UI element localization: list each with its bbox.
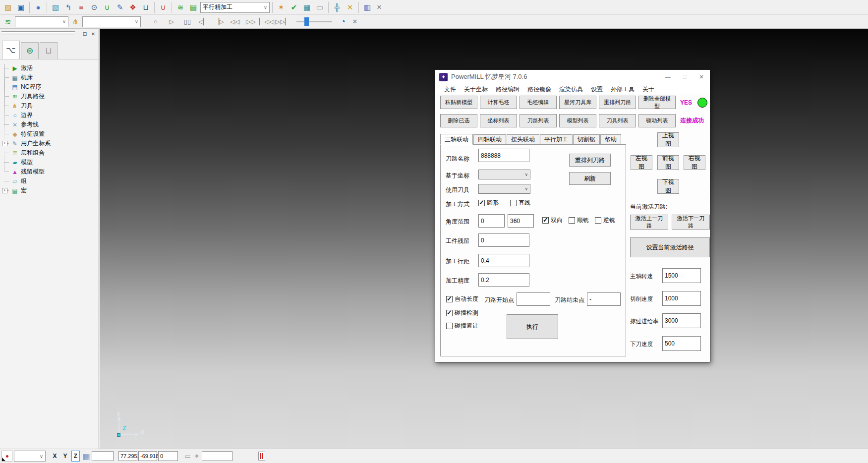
tree-item-levels-sets[interactable]: + ≣ 层和组合 bbox=[0, 148, 98, 158]
tree-item-groups[interactable]: + ▱ 组 bbox=[0, 176, 98, 186]
dialog-tab[interactable]: 切割锯 bbox=[573, 134, 600, 144]
strategy-list-icon[interactable]: ▤ bbox=[187, 1, 199, 13]
activate-prev-toolpath-button[interactable]: 激活上一刀路 bbox=[630, 215, 668, 230]
dialog-tab[interactable]: 平行加工 bbox=[540, 134, 573, 144]
grid-size-field[interactable] bbox=[92, 451, 114, 461]
checkbox[interactable] bbox=[446, 310, 453, 316]
action-button[interactable]: 模型列表 bbox=[559, 114, 596, 127]
view-top-button[interactable]: 上视图 bbox=[657, 132, 679, 147]
return-arrow-icon[interactable]: ↰ bbox=[62, 1, 74, 13]
globe-tab[interactable]: ⊛ bbox=[21, 42, 39, 59]
explorer-tree-tab[interactable]: ⌥ bbox=[2, 41, 20, 59]
dialog-tab[interactable]: 三轴联动 bbox=[440, 134, 473, 145]
sim-toolbar-close-icon[interactable]: ✕ bbox=[350, 17, 360, 27]
view-right-button[interactable]: 右视图 bbox=[684, 155, 705, 170]
ruler-icon[interactable]: ▭ bbox=[314, 1, 326, 13]
play-icon[interactable]: ▷ bbox=[166, 16, 177, 28]
strategy-combo[interactable]: 平行精加工 ∨ bbox=[200, 2, 270, 13]
action-button[interactable]: 毛坯编辑 bbox=[520, 96, 557, 109]
page-status-icon[interactable] bbox=[258, 452, 265, 461]
checkbox[interactable] bbox=[510, 200, 517, 206]
menu-item[interactable]: 设置 bbox=[587, 85, 607, 94]
workplane-combo[interactable]: ∨ bbox=[14, 451, 46, 462]
rewind-icon[interactable]: ◁◁ bbox=[229, 16, 241, 28]
toolpath-combo[interactable]: ∨ bbox=[15, 16, 68, 27]
point-pattern-icon[interactable]: ❖ bbox=[127, 1, 139, 13]
step-forward-icon[interactable]: ▕▷ bbox=[213, 16, 225, 28]
y-axis-button[interactable]: Y bbox=[61, 451, 69, 462]
plunge-feed-input[interactable] bbox=[662, 336, 701, 351]
rearrange-toolpaths-button[interactable]: 重排列刀路 bbox=[569, 154, 611, 167]
stock-allowance-input[interactable] bbox=[478, 233, 529, 247]
slider-handle[interactable] bbox=[304, 17, 309, 26]
action-button[interactable]: 刀具列表 bbox=[599, 114, 636, 127]
cutting-feed-input[interactable] bbox=[662, 291, 701, 306]
drag-handle[interactable] bbox=[1, 31, 75, 33]
checkbox[interactable] bbox=[542, 217, 549, 224]
tool-holder-icon[interactable]: ⊔ bbox=[140, 1, 152, 13]
save-project-icon[interactable]: ▣ bbox=[15, 1, 27, 13]
checkbox[interactable] bbox=[446, 296, 453, 302]
fast-forward-icon[interactable]: ▷▷ bbox=[245, 16, 257, 28]
recycle-bin-tab[interactable]: ⊔ bbox=[40, 42, 58, 59]
clock-icon[interactable]: ◔ bbox=[337, 16, 349, 28]
drag-handle[interactable] bbox=[1, 35, 75, 36]
skim-feed-input[interactable] bbox=[662, 313, 701, 328]
stepover-input[interactable] bbox=[478, 254, 529, 267]
panel-close-icon[interactable]: ✕ bbox=[89, 30, 97, 38]
menu-item[interactable]: 路径编辑 bbox=[492, 85, 523, 94]
close-button[interactable]: ✕ bbox=[693, 70, 710, 84]
execute-button[interactable]: 执行 bbox=[507, 314, 558, 339]
tree-item-models[interactable]: + ▰ 模型 bbox=[0, 158, 98, 167]
start-point-input[interactable] bbox=[517, 292, 550, 306]
shaded-sphere-icon[interactable]: ● bbox=[32, 1, 44, 13]
burst-tool-icon[interactable]: ✶ bbox=[275, 1, 287, 13]
angle-to-input[interactable] bbox=[508, 214, 534, 228]
coord-y-field[interactable]: -69.918 bbox=[138, 451, 157, 461]
view-left-button[interactable]: 左视图 bbox=[631, 155, 652, 170]
use-tool-combo[interactable]: ∨ bbox=[478, 184, 530, 194]
action-button[interactable]: 坐标列表 bbox=[480, 114, 517, 127]
activate-next-toolpath-button[interactable]: 激活下一刀路 bbox=[672, 215, 710, 230]
collision-tool-icon[interactable]: ∪ bbox=[157, 1, 169, 13]
link-check-icon[interactable]: ∪ bbox=[101, 1, 113, 13]
tree-item-feature-sets[interactable]: + ◆ 特征设置 bbox=[0, 129, 98, 139]
toolpath-spring-icon[interactable]: ≋ bbox=[174, 1, 186, 13]
spindle-speed-input[interactable] bbox=[662, 268, 701, 283]
z-axis-button[interactable]: Z bbox=[71, 451, 80, 462]
tool-combo[interactable]: ∨ bbox=[82, 16, 141, 27]
menu-item[interactable]: 关于 bbox=[638, 85, 658, 94]
probe-position-icon[interactable]: ⌖ bbox=[192, 452, 202, 461]
expand-icon[interactable]: + bbox=[2, 188, 7, 193]
measure-field[interactable] bbox=[202, 451, 232, 461]
action-button[interactable]: 计算毛坯 bbox=[480, 96, 517, 109]
maximize-button[interactable]: □ bbox=[676, 70, 693, 84]
tolerance-input[interactable] bbox=[478, 273, 529, 287]
set-active-path-button[interactable]: 设置当前激活路径 bbox=[630, 237, 710, 257]
tree-item-boundaries[interactable]: + ○ 边界 bbox=[0, 111, 98, 120]
stock-cylinders-icon[interactable]: ▥ bbox=[361, 1, 373, 13]
ball-tool-icon[interactable]: ⊙ bbox=[88, 1, 100, 13]
verify-tool-icon[interactable]: ✔ bbox=[288, 1, 300, 13]
checkbox[interactable] bbox=[569, 217, 575, 224]
coord-x-field[interactable]: 77.2951 bbox=[118, 451, 137, 461]
toolpath-name-input[interactable] bbox=[478, 149, 529, 162]
tree-item-nc-programs[interactable]: + ▤ NC程序 bbox=[0, 82, 98, 92]
checkbox[interactable] bbox=[595, 217, 601, 224]
tree-item-activate[interactable]: + ▶ 激活 bbox=[0, 63, 98, 73]
tree-item-patterns[interactable]: + ✕ 参考线 bbox=[0, 120, 98, 129]
light-icon[interactable]: ○ bbox=[150, 16, 162, 28]
dialog-tab[interactable]: 四轴联动 bbox=[473, 134, 506, 144]
action-button[interactable]: 删除全部模型 bbox=[638, 96, 676, 109]
checkbox[interactable] bbox=[478, 200, 485, 206]
dialog-tab[interactable]: 帮助 bbox=[600, 134, 621, 144]
transform-arrows-icon[interactable]: ✕ bbox=[344, 1, 356, 13]
checkbox[interactable] bbox=[446, 323, 453, 329]
action-button[interactable]: 驱动列表 bbox=[638, 114, 676, 127]
refresh-button[interactable]: 刷新 bbox=[569, 172, 611, 185]
tree-item-tools[interactable]: + ⋔ 刀具 bbox=[0, 101, 98, 111]
block-stock-icon[interactable]: ▧ bbox=[50, 1, 61, 13]
pencil-tool-icon[interactable]: ✎ bbox=[114, 1, 126, 13]
pause-icon[interactable]: ▯▯ bbox=[181, 16, 193, 28]
action-button[interactable]: 星河刀具库 bbox=[559, 96, 596, 109]
